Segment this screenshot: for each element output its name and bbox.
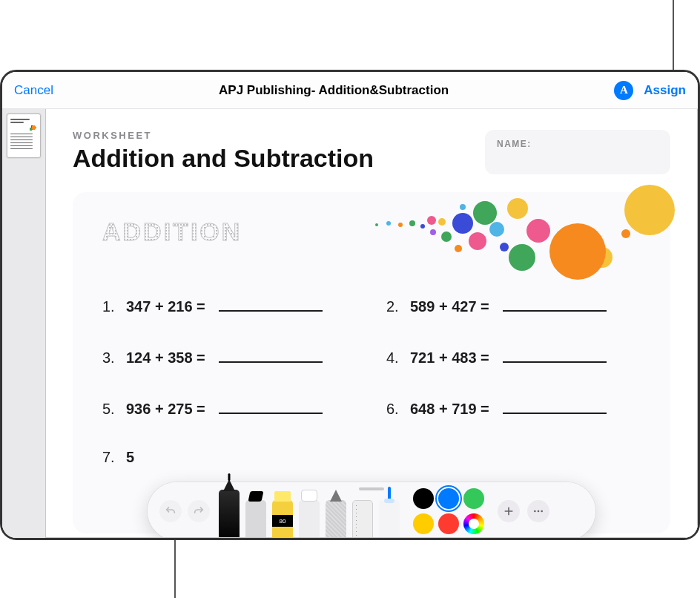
name-field-box: NAME: xyxy=(485,130,670,174)
svg-point-17 xyxy=(427,216,436,225)
marker-tool[interactable] xyxy=(245,500,266,538)
problem-row: 1.347 + 216 = xyxy=(102,295,357,315)
svg-point-22 xyxy=(375,223,378,226)
problem-row: 4.721 + 483 = xyxy=(386,346,641,367)
name-field-label: NAME: xyxy=(497,139,532,149)
svg-point-5 xyxy=(509,244,535,271)
svg-point-2 xyxy=(549,223,606,280)
redo-button[interactable] xyxy=(188,500,210,522)
problem-equation: 5 xyxy=(126,449,134,466)
color-swatch[interactable] xyxy=(413,488,434,509)
problem-number: 3. xyxy=(102,349,119,367)
svg-point-3 xyxy=(621,229,630,238)
svg-point-14 xyxy=(441,231,452,242)
answer-blank[interactable] xyxy=(503,398,607,414)
answer-blank[interactable] xyxy=(219,398,323,414)
section-heading-addition: ADDITION xyxy=(102,217,242,246)
ellipsis-icon xyxy=(532,505,544,517)
svg-point-4 xyxy=(526,219,550,243)
svg-point-0 xyxy=(624,185,675,235)
svg-point-9 xyxy=(473,201,497,225)
eraser-tool[interactable] xyxy=(299,500,320,538)
device-frame: Cancel APJ Publishing- Addition&Subtract… xyxy=(0,70,700,540)
add-button[interactable] xyxy=(498,500,520,522)
color-swatch[interactable] xyxy=(413,513,434,534)
svg-point-8 xyxy=(500,243,509,252)
page-thumbnail-strip xyxy=(2,109,45,538)
pen-tool[interactable] xyxy=(219,490,240,538)
color-swatch[interactable] xyxy=(463,488,484,509)
problem-number: 5. xyxy=(102,401,119,418)
svg-point-19 xyxy=(409,220,415,226)
plus-icon xyxy=(503,505,515,517)
svg-point-23 xyxy=(534,510,536,513)
problem-equation: 648 + 719 = xyxy=(410,401,489,418)
svg-point-16 xyxy=(430,229,436,235)
svg-point-6 xyxy=(507,198,528,219)
svg-point-10 xyxy=(469,232,486,250)
svg-point-7 xyxy=(489,222,504,237)
color-swatches xyxy=(413,488,484,534)
problem-equation: 124 + 358 = xyxy=(126,349,205,367)
undo-button[interactable] xyxy=(159,500,182,522)
svg-point-11 xyxy=(452,213,473,234)
problem-row: 3.124 + 358 = xyxy=(102,346,357,367)
svg-point-24 xyxy=(538,510,540,513)
problem-number: 6. xyxy=(386,401,403,418)
markup-toolbar: 80 xyxy=(148,482,595,538)
svg-point-1 xyxy=(592,247,612,268)
cancel-button[interactable]: Cancel xyxy=(14,83,53,98)
svg-point-21 xyxy=(386,221,391,226)
svg-point-15 xyxy=(438,218,446,226)
selection-tool[interactable] xyxy=(379,500,400,538)
problem-number: 2. xyxy=(386,298,403,315)
svg-point-12 xyxy=(455,245,462,252)
problem-equation: 589 + 427 = xyxy=(410,298,489,315)
markup-mode-badge[interactable]: A xyxy=(614,81,633,100)
decorative-dots-art xyxy=(359,179,678,305)
pencil-tool[interactable] xyxy=(326,500,346,538)
problem-row: 2.589 + 427 = xyxy=(386,295,641,315)
svg-point-13 xyxy=(460,204,466,210)
problem-number: 7. xyxy=(102,449,119,466)
answer-blank[interactable] xyxy=(503,295,607,312)
undo-icon xyxy=(165,505,176,517)
redo-icon xyxy=(193,505,205,517)
problem-equation: 936 + 275 = xyxy=(126,401,205,418)
svg-point-25 xyxy=(541,510,543,513)
problem-number: 4. xyxy=(386,349,403,367)
problem-equation: 721 + 483 = xyxy=(410,349,489,367)
assign-button[interactable]: Assign xyxy=(644,83,686,98)
problem-row: 7.5 xyxy=(102,449,357,466)
answer-blank[interactable] xyxy=(219,295,323,312)
color-swatch[interactable] xyxy=(438,513,459,534)
document-body: WORKSHEET Addition and Subtraction NAME:… xyxy=(2,109,698,538)
toolbar-grab-handle[interactable] xyxy=(359,487,384,490)
problem-row: 6.648 + 719 = xyxy=(386,398,641,418)
callout-line-assign xyxy=(673,0,674,70)
highlighter-tool[interactable]: 80 xyxy=(272,500,293,538)
answer-blank[interactable] xyxy=(219,346,323,363)
document-title: APJ Publishing- Addition&Subtraction xyxy=(53,83,614,98)
color-picker-swatch[interactable] xyxy=(463,513,484,534)
callout-line-markup xyxy=(174,540,176,598)
drawing-tools: 80 xyxy=(219,482,400,538)
ruler-tool[interactable] xyxy=(352,500,373,538)
problems-grid: 1.347 + 216 =2.589 + 427 =3.124 + 358 =4… xyxy=(102,295,641,466)
answer-blank[interactable] xyxy=(503,346,607,363)
worksheet-eyebrow: WORKSHEET xyxy=(73,130,374,141)
more-button[interactable] xyxy=(527,500,549,522)
worksheet-title: Addition and Subtraction xyxy=(73,144,374,173)
svg-point-18 xyxy=(420,224,425,229)
page-thumbnail-1[interactable] xyxy=(7,114,41,158)
svg-point-20 xyxy=(398,223,403,227)
problem-equation: 347 + 216 = xyxy=(126,298,205,315)
problem-row: 5.936 + 275 = xyxy=(102,398,357,418)
page-canvas[interactable]: WORKSHEET Addition and Subtraction NAME:… xyxy=(45,109,698,538)
top-bar: Cancel APJ Publishing- Addition&Subtract… xyxy=(2,72,698,109)
problem-number: 1. xyxy=(102,298,119,315)
color-swatch[interactable] xyxy=(438,488,459,509)
